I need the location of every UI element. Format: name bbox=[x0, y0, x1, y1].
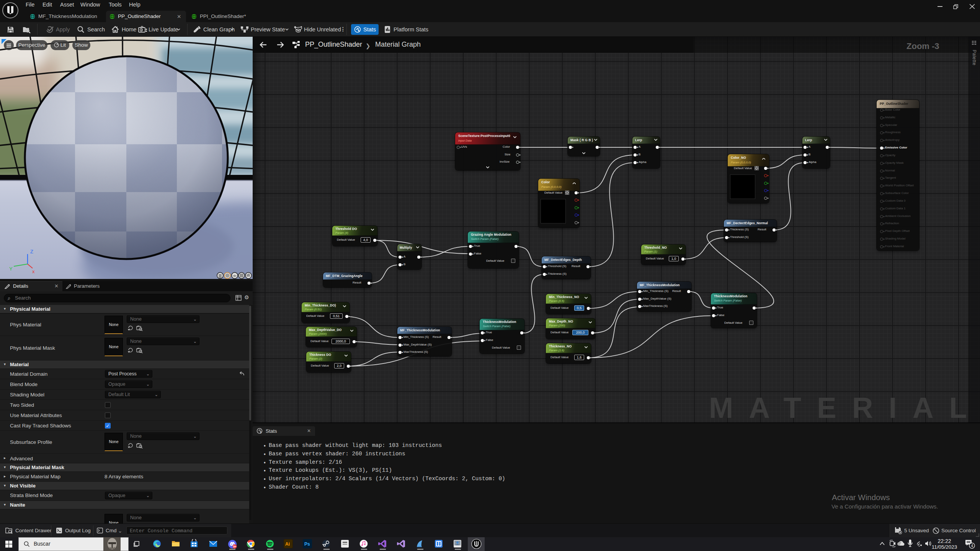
svg-text:i: i bbox=[358, 29, 359, 33]
svg-text:Z: Z bbox=[30, 249, 33, 254]
svg-text:9+: 9+ bbox=[233, 545, 237, 548]
svg-text:4: 4 bbox=[971, 544, 973, 548]
svg-text:Ps: Ps bbox=[304, 541, 310, 547]
svg-text:x: x bbox=[32, 269, 35, 274]
svg-text:Ai: Ai bbox=[285, 541, 290, 547]
svg-text:Y: Y bbox=[9, 266, 13, 272]
